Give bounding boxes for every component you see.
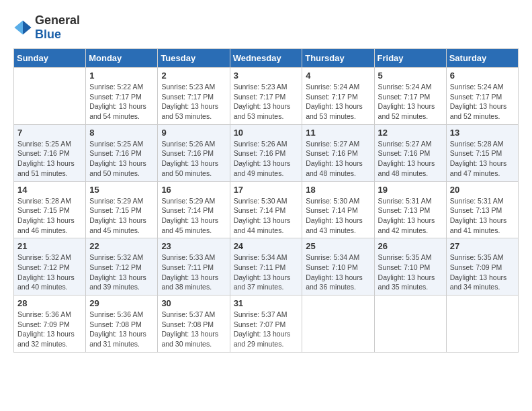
calendar-cell: 12Sunrise: 5:27 AMSunset: 7:16 PMDayligh… [374,124,446,181]
calendar-cell: 1Sunrise: 5:22 AMSunset: 7:17 PMDaylight… [86,68,158,125]
weekday-header: Saturday [446,49,518,68]
weekday-header: Thursday [302,49,374,68]
svg-marker-2 [14,28,23,35]
day-number: 11 [306,128,370,138]
day-number: 23 [161,241,226,251]
day-info: Sunrise: 5:31 AMSunset: 7:13 PMDaylight:… [450,196,515,236]
day-number: 17 [234,185,299,195]
day-number: 13 [450,128,515,138]
day-info: Sunrise: 5:37 AMSunset: 7:07 PMDaylight:… [234,310,299,349]
calendar-cell: 11Sunrise: 5:27 AMSunset: 7:16 PMDayligh… [302,124,374,181]
day-number: 10 [234,128,299,138]
day-number: 6 [450,71,515,81]
calendar-cell: 18Sunrise: 5:30 AMSunset: 7:14 PMDayligh… [302,181,374,238]
day-info: Sunrise: 5:32 AMSunset: 7:12 PMDaylight:… [17,253,82,292]
svg-marker-1 [14,21,23,28]
logo-icon [13,18,32,37]
calendar-cell: 27Sunrise: 5:35 AMSunset: 7:09 PMDayligh… [446,238,518,295]
day-number: 19 [378,185,443,195]
calendar-cell: 28Sunrise: 5:36 AMSunset: 7:09 PMDayligh… [14,295,86,353]
day-info: Sunrise: 5:23 AMSunset: 7:17 PMDaylight:… [234,82,299,122]
day-info: Sunrise: 5:32 AMSunset: 7:12 PMDaylight:… [89,253,154,292]
day-info: Sunrise: 5:24 AMSunset: 7:17 PMDaylight:… [306,82,370,122]
day-number: 22 [89,241,154,251]
calendar-cell: 17Sunrise: 5:30 AMSunset: 7:14 PMDayligh… [230,181,302,238]
calendar-cell [374,295,446,353]
day-info: Sunrise: 5:30 AMSunset: 7:14 PMDaylight:… [306,196,370,236]
day-info: Sunrise: 5:28 AMSunset: 7:15 PMDaylight:… [17,196,82,236]
calendar-cell: 5Sunrise: 5:24 AMSunset: 7:17 PMDaylight… [374,68,446,125]
calendar-cell: 13Sunrise: 5:28 AMSunset: 7:15 PMDayligh… [446,124,518,181]
day-info: Sunrise: 5:37 AMSunset: 7:08 PMDaylight:… [161,310,226,349]
day-info: Sunrise: 5:27 AMSunset: 7:16 PMDaylight:… [378,139,443,179]
page-header: General Blue [13,13,519,42]
day-number: 7 [17,128,82,138]
day-info: Sunrise: 5:22 AMSunset: 7:17 PMDaylight:… [89,82,154,122]
day-info: Sunrise: 5:34 AMSunset: 7:11 PMDaylight:… [234,253,299,292]
svg-marker-0 [23,21,32,28]
svg-marker-3 [23,28,32,35]
day-number: 26 [378,241,443,251]
weekday-header: Tuesday [158,49,230,68]
day-info: Sunrise: 5:29 AMSunset: 7:15 PMDaylight:… [89,196,154,236]
day-number: 3 [234,71,299,81]
calendar-cell: 2Sunrise: 5:23 AMSunset: 7:17 PMDaylight… [158,68,230,125]
calendar-cell: 26Sunrise: 5:35 AMSunset: 7:10 PMDayligh… [374,238,446,295]
day-info: Sunrise: 5:25 AMSunset: 7:16 PMDaylight:… [89,139,154,179]
day-number: 24 [234,241,299,251]
logo-general-text: General [35,13,80,27]
calendar-cell: 25Sunrise: 5:34 AMSunset: 7:10 PMDayligh… [302,238,374,295]
calendar-cell: 21Sunrise: 5:32 AMSunset: 7:12 PMDayligh… [14,238,86,295]
day-info: Sunrise: 5:27 AMSunset: 7:16 PMDaylight:… [306,139,370,179]
calendar-header-row: SundayMondayTuesdayWednesdayThursdayFrid… [14,49,519,68]
day-number: 31 [234,298,299,308]
day-number: 25 [306,241,370,251]
day-number: 18 [306,185,370,195]
calendar-cell: 7Sunrise: 5:25 AMSunset: 7:16 PMDaylight… [14,124,86,181]
calendar-cell: 14Sunrise: 5:28 AMSunset: 7:15 PMDayligh… [14,181,86,238]
day-info: Sunrise: 5:24 AMSunset: 7:17 PMDaylight:… [450,82,515,122]
day-number: 21 [17,241,82,251]
day-number: 27 [450,241,515,251]
calendar-cell: 20Sunrise: 5:31 AMSunset: 7:13 PMDayligh… [446,181,518,238]
day-number: 8 [89,128,154,138]
day-number: 1 [89,71,154,81]
calendar-table: SundayMondayTuesdayWednesdayThursdayFrid… [13,48,519,353]
calendar-cell: 3Sunrise: 5:23 AMSunset: 7:17 PMDaylight… [230,68,302,125]
weekday-header: Sunday [14,49,86,68]
calendar-cell: 22Sunrise: 5:32 AMSunset: 7:12 PMDayligh… [86,238,158,295]
day-number: 2 [161,71,226,81]
calendar-cell: 10Sunrise: 5:26 AMSunset: 7:16 PMDayligh… [230,124,302,181]
weekday-header: Monday [86,49,158,68]
day-info: Sunrise: 5:31 AMSunset: 7:13 PMDaylight:… [378,196,443,236]
day-info: Sunrise: 5:36 AMSunset: 7:09 PMDaylight:… [17,310,82,349]
calendar-cell: 29Sunrise: 5:36 AMSunset: 7:08 PMDayligh… [86,295,158,353]
calendar-cell: 30Sunrise: 5:37 AMSunset: 7:08 PMDayligh… [158,295,230,353]
day-number: 15 [89,185,154,195]
calendar-week-row: 1Sunrise: 5:22 AMSunset: 7:17 PMDaylight… [14,68,519,125]
day-info: Sunrise: 5:35 AMSunset: 7:09 PMDaylight:… [450,253,515,292]
calendar-week-row: 21Sunrise: 5:32 AMSunset: 7:12 PMDayligh… [14,238,519,295]
calendar-week-row: 7Sunrise: 5:25 AMSunset: 7:16 PMDaylight… [14,124,519,181]
day-number: 28 [17,298,82,308]
day-info: Sunrise: 5:28 AMSunset: 7:15 PMDaylight:… [450,139,515,179]
day-info: Sunrise: 5:26 AMSunset: 7:16 PMDaylight:… [234,139,299,179]
calendar-cell: 24Sunrise: 5:34 AMSunset: 7:11 PMDayligh… [230,238,302,295]
weekday-header: Wednesday [230,49,302,68]
logo-blue-text: Blue [35,28,61,41]
day-number: 9 [161,128,226,138]
calendar-cell: 4Sunrise: 5:24 AMSunset: 7:17 PMDaylight… [302,68,374,125]
calendar-cell: 16Sunrise: 5:29 AMSunset: 7:14 PMDayligh… [158,181,230,238]
calendar-cell [446,295,518,353]
day-number: 4 [306,71,370,81]
weekday-header: Friday [374,49,446,68]
calendar-cell: 31Sunrise: 5:37 AMSunset: 7:07 PMDayligh… [230,295,302,353]
calendar-cell [14,68,86,125]
calendar-cell [302,295,374,353]
day-number: 5 [378,71,443,81]
day-info: Sunrise: 5:26 AMSunset: 7:16 PMDaylight:… [161,139,226,179]
day-number: 14 [17,185,82,195]
calendar-cell: 6Sunrise: 5:24 AMSunset: 7:17 PMDaylight… [446,68,518,125]
calendar-week-row: 14Sunrise: 5:28 AMSunset: 7:15 PMDayligh… [14,181,519,238]
day-info: Sunrise: 5:30 AMSunset: 7:14 PMDaylight:… [234,196,299,236]
